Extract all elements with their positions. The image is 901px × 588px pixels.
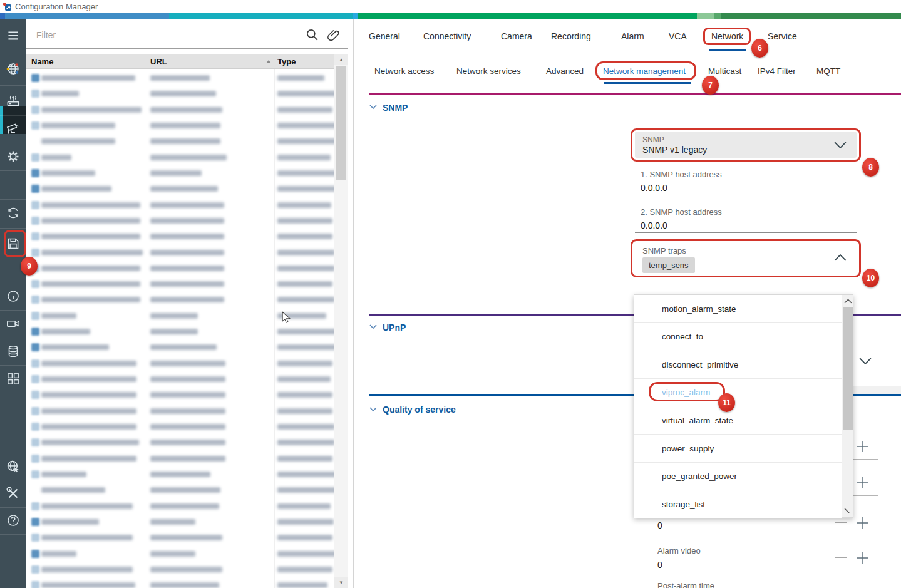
subtab-network-services[interactable]: Network services: [456, 66, 521, 76]
device-table-header[interactable]: NameURLType: [26, 54, 334, 69]
table-row[interactable]: [26, 467, 336, 482]
table-row[interactable]: [26, 435, 336, 450]
table-row[interactable]: [26, 514, 336, 530]
table-row[interactable]: [26, 292, 336, 307]
dropdown-item-viproc_alarm[interactable]: viproc_alarm: [634, 379, 842, 407]
device-list-scrollbar-thumb[interactable]: [336, 66, 346, 180]
increment-button[interactable]: [855, 515, 870, 530]
sidebar-item-grid[interactable]: [0, 371, 26, 387]
increment-button[interactable]: [855, 475, 870, 490]
subtab-network-management[interactable]: Network management: [603, 66, 686, 76]
subtab-ipv4-filter[interactable]: IPv4 Filter: [758, 66, 796, 76]
sidebar-item-video-camera[interactable]: [0, 316, 26, 332]
table-row[interactable]: [26, 133, 336, 149]
scroll-up-button[interactable]: ▲: [334, 54, 348, 65]
sidebar-item-menu[interactable]: [0, 28, 26, 44]
alarm-video-value[interactable]: 0: [657, 560, 662, 570]
tab-service[interactable]: Service: [768, 31, 797, 41]
tab-general[interactable]: General: [369, 31, 400, 41]
snmp-version-select[interactable]: SNMP SNMP v1 legacy: [635, 132, 857, 158]
table-row[interactable]: [26, 577, 336, 588]
tab-recording[interactable]: Recording: [551, 31, 591, 41]
table-row[interactable]: [26, 356, 336, 371]
table-row[interactable]: [26, 276, 336, 292]
table-row[interactable]: [26, 403, 336, 419]
sidebar-item-help[interactable]: [0, 512, 26, 529]
subtab-advanced[interactable]: Advanced: [546, 66, 584, 76]
sidebar-item-network-devices[interactable]: [0, 93, 26, 109]
tab-network[interactable]: Network: [711, 31, 743, 41]
table-row[interactable]: [26, 181, 336, 197]
table-row[interactable]: [26, 562, 336, 577]
qos-field3-value[interactable]: 0: [657, 520, 662, 530]
table-row[interactable]: [26, 530, 336, 545]
increment-button[interactable]: [855, 439, 870, 454]
table-row[interactable]: [26, 229, 336, 244]
snmp-host2-value[interactable]: 0.0.0.0: [641, 220, 667, 230]
subtab-multicast[interactable]: Multicast: [708, 66, 741, 76]
table-row[interactable]: [26, 245, 336, 260]
table-row[interactable]: [26, 260, 336, 276]
table-row[interactable]: [26, 213, 336, 229]
sidebar-item-web-globe-cursor[interactable]: [0, 458, 26, 475]
column-header-name[interactable]: Name: [31, 57, 53, 66]
decrement-button[interactable]: [835, 522, 847, 523]
dropdown-item-poe_granted_power[interactable]: poe_granted_power: [634, 463, 842, 491]
dropdown-item-virtual_alarm_state[interactable]: virtual_alarm_state: [634, 406, 842, 435]
collapse-snmp-icon[interactable]: [369, 105, 377, 110]
increment-button[interactable]: [855, 550, 870, 565]
dropdown-item-connect_to[interactable]: connect_to: [634, 323, 842, 351]
scroll-up-icon[interactable]: [844, 299, 852, 304]
filter-input[interactable]: [36, 28, 262, 43]
table-row[interactable]: [26, 498, 336, 514]
dropdown-scrollbar[interactable]: [842, 295, 853, 517]
table-row[interactable]: [26, 324, 336, 339]
tab-connectivity[interactable]: Connectivity: [423, 31, 471, 41]
sidebar-item-storage[interactable]: [0, 343, 26, 359]
tab-vca[interactable]: VCA: [669, 31, 687, 41]
snmp-host1-value[interactable]: 0.0.0.0: [641, 183, 667, 193]
dropdown-item-disconnect_primitive[interactable]: disconnect_primitive: [634, 351, 842, 379]
sidebar-item-reload[interactable]: [0, 205, 26, 221]
table-row[interactable]: [26, 546, 336, 562]
table-row[interactable]: [26, 165, 336, 181]
sidebar-item-ptz-camera[interactable]: [0, 121, 26, 137]
table-row[interactable]: [26, 371, 336, 387]
subtab-network-access[interactable]: Network access: [374, 66, 434, 76]
table-row[interactable]: [26, 197, 336, 213]
dropdown-item-power_supply[interactable]: power_supply: [634, 435, 842, 463]
sidebar-item-info[interactable]: [0, 288, 26, 304]
table-row[interactable]: [26, 118, 336, 133]
table-row[interactable]: [26, 86, 336, 101]
dropdown-item-storage_list[interactable]: storage_list: [634, 490, 842, 518]
table-row[interactable]: [26, 387, 336, 403]
chevron-down-icon[interactable]: [859, 358, 872, 364]
snmp-traps-select[interactable]: SNMP traps temp_sens: [635, 242, 857, 276]
collapse-upnp-icon[interactable]: [369, 324, 377, 329]
table-row[interactable]: [26, 451, 336, 467]
table-row[interactable]: [26, 482, 336, 498]
table-row[interactable]: [26, 102, 336, 118]
scroll-down-icon[interactable]: [844, 508, 852, 513]
column-header-url[interactable]: URL: [150, 57, 167, 66]
scroll-down-button[interactable]: ▼: [334, 577, 348, 588]
paperclip-icon[interactable]: [326, 27, 342, 43]
table-row[interactable]: [26, 419, 336, 435]
column-header-type[interactable]: Type: [277, 57, 296, 66]
sidebar-item-device-scan-globe[interactable]: [0, 61, 26, 77]
dropdown-scrollbar-thumb[interactable]: [843, 307, 853, 430]
sidebar-item-save[interactable]: [0, 235, 26, 252]
tab-camera[interactable]: Camera: [501, 31, 532, 41]
table-row[interactable]: [26, 339, 336, 355]
search-icon[interactable]: [304, 27, 321, 43]
sidebar-item-settings-gear[interactable]: [0, 148, 26, 165]
table-row[interactable]: [26, 308, 336, 324]
collapse-qos-icon[interactable]: [369, 407, 377, 412]
subtab-mqtt[interactable]: MQTT: [816, 66, 840, 76]
sidebar-item-tools[interactable]: [0, 485, 26, 502]
dropdown-item-motion_alarm_state[interactable]: motion_alarm_state: [634, 295, 842, 323]
decrement-button[interactable]: [835, 557, 847, 558]
table-row[interactable]: [26, 70, 336, 86]
tab-alarm[interactable]: Alarm: [621, 31, 644, 41]
table-row[interactable]: [26, 150, 336, 165]
